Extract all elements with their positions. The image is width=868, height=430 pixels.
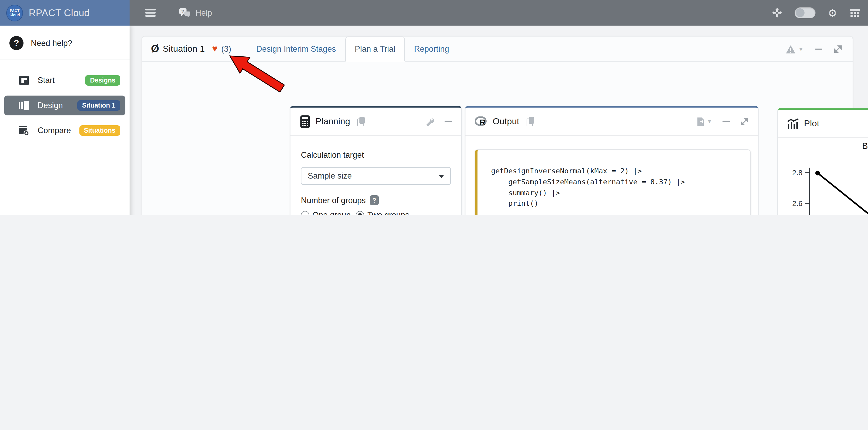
radio-two-groups[interactable] (356, 211, 364, 215)
question-circle-icon: ? (9, 36, 24, 50)
situation-title: Situation 1 (163, 43, 205, 54)
export-dropdown[interactable]: ▼ (697, 117, 712, 126)
svg-text:R: R (479, 118, 486, 127)
groups-radio-group: One group Two groups (301, 210, 451, 215)
r-language-icon: R (475, 116, 488, 127)
planning-title: Planning (315, 116, 350, 127)
favorites-heart-icon[interactable]: ♥ (212, 43, 218, 54)
sidebar-nav: StartDesignsDesignSituation 1CompareSitu… (0, 60, 130, 140)
calc-target-select[interactable]: Sample size (301, 167, 451, 185)
code-line: summary() |> (491, 187, 742, 198)
chart-icon (787, 118, 799, 129)
radio-two-groups-label[interactable]: Two groups (368, 210, 409, 215)
collapse-output-icon[interactable] (722, 121, 730, 122)
output-title: Output (493, 116, 519, 127)
need-help-label: Need help? (31, 38, 72, 48)
expand-icon[interactable] (740, 117, 749, 126)
expand-icon[interactable] (834, 45, 842, 53)
app-title: RPACT Cloud (29, 7, 90, 19)
sidebar-item-badge: Situations (79, 125, 120, 136)
rpact-logo: PACT Cloud (6, 4, 23, 21)
minimize-icon[interactable] (815, 48, 822, 49)
sidebar-item-label: Start (38, 76, 85, 85)
sidebar-item-label: Compare (38, 126, 79, 135)
radio-one-group[interactable] (301, 211, 309, 215)
groups-label: Number of groups? (301, 195, 451, 205)
wrench-icon[interactable] (425, 117, 434, 126)
code-line: getSampleSizeMeans(alternative = 0.37) |… (491, 176, 742, 188)
output-panel: R Output ▼ (465, 106, 758, 215)
tab-bar: Ø Situation 1 ♥ (3) Design Interim Stage… (142, 37, 852, 62)
app-window: PACT Cloud RPACT Cloud ? Help (0, 0, 868, 215)
copy-icon[interactable] (527, 117, 534, 126)
sidebar-item-badge: Situation 1 (77, 100, 120, 111)
series-line (817, 173, 868, 215)
tab-design-interim-stages[interactable]: Design Interim Stages (247, 37, 345, 61)
workspace-card: Ø Situation 1 ♥ (3) Design Interim Stage… (142, 36, 853, 215)
export-file-icon (697, 117, 705, 126)
help-bubbles-icon: ? (179, 7, 191, 18)
sidebar-item-label: Design (38, 101, 77, 110)
caret-down-icon: ▼ (798, 46, 804, 52)
plot-title: Plot (804, 118, 819, 129)
sidebar-item-design[interactable]: DesignSituation 1 (4, 96, 125, 115)
flipboard-icon (19, 76, 29, 85)
sidebar-toggle-hamburger-icon[interactable] (145, 7, 156, 19)
data-point-marker (815, 171, 820, 175)
calculator-icon (300, 115, 310, 128)
logo-text-1: PACT (10, 9, 19, 13)
svg-text:?: ? (182, 9, 184, 14)
tab-reporting[interactable]: Reporting (405, 37, 458, 61)
boundaries-chart: BoundariesCritical ValueSample Size1.82.… (778, 137, 868, 215)
favorites-count[interactable]: (3) (221, 44, 231, 54)
planning-panel: Planning Calculation target Sample size (290, 106, 462, 215)
warnings-dropdown[interactable]: ▼ (786, 45, 804, 54)
tab-plan-a-trial[interactable]: Plan a Trial (345, 37, 405, 62)
plot-panel: Plot ⚙⚙ BoundariesCritical ValueSample S… (777, 108, 868, 215)
y-tick-label: 2.6 (792, 199, 802, 207)
chart-title: Boundaries (862, 141, 868, 151)
situation-slash-icon: Ø (151, 43, 159, 55)
caret-down-icon: ▼ (707, 119, 712, 124)
code-line: print() (491, 198, 742, 209)
sidebar-item-start[interactable]: StartDesigns (4, 70, 125, 90)
calc-target-label: Calculation target (301, 151, 451, 160)
sidebar-item-badge: Designs (85, 75, 120, 86)
radio-one-group-label[interactable]: One group (312, 210, 351, 215)
sidebar-item-compare[interactable]: CompareSituations (4, 121, 125, 140)
calc-target-value: Sample size (308, 171, 352, 181)
columns-icon (19, 101, 29, 110)
tabs: Design Interim StagesPlan a TrialReporti… (247, 37, 459, 61)
r-code-block: getDesignInverseNormal(kMax = 2) |> getS… (475, 149, 751, 215)
stack-plus-icon (19, 126, 29, 135)
help-menu[interactable]: ? Help (179, 7, 212, 18)
help-question-icon[interactable]: ? (370, 195, 379, 205)
fullscreen-arrows-icon[interactable] (772, 8, 782, 18)
settings-gear-icon[interactable]: ⚙ (828, 6, 837, 19)
caret-down-icon (439, 175, 444, 178)
logo-text-2: Cloud (9, 13, 20, 17)
sidebar: ? Need help? StartDesignsDesignSituation… (0, 26, 130, 215)
warning-triangle-icon (786, 45, 796, 54)
grid-icon[interactable] (850, 9, 860, 17)
copy-icon[interactable] (357, 117, 365, 126)
y-tick-label: 2.8 (792, 169, 802, 177)
code-line: getDesignInverseNormal(kMax = 2) |> (491, 166, 742, 176)
brand-header: PACT Cloud RPACT Cloud (0, 0, 130, 26)
top-navbar: ? Help ⚙ (130, 0, 868, 26)
collapse-planning-icon[interactable] (444, 121, 452, 122)
need-help-item[interactable]: ? Need help? (0, 26, 130, 60)
dark-mode-toggle[interactable] (794, 7, 815, 18)
help-label: Help (195, 8, 212, 18)
